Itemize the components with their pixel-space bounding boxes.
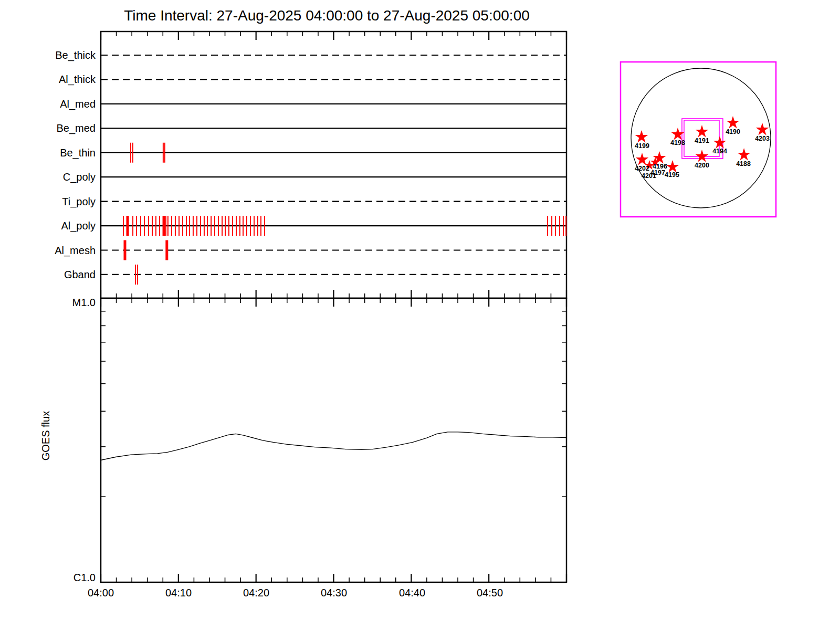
time-axis-ticks <box>101 32 566 582</box>
goes-curve <box>101 432 566 460</box>
active-region-label-4195: 4195 <box>665 171 679 178</box>
active-region-label-4190: 4190 <box>726 128 740 135</box>
active-region-label-4196: 4196 <box>653 163 667 170</box>
active-region-star-4200 <box>696 150 709 162</box>
active-region-label-4202: 4202 <box>635 165 649 172</box>
active-region-label-4198: 4198 <box>670 139 685 146</box>
active-region-star-4194 <box>713 136 727 149</box>
active-region-star-4203 <box>756 123 769 135</box>
goes-panel-border <box>101 298 566 582</box>
timeline-panel-border <box>101 32 566 298</box>
active-region-star-4188 <box>738 148 751 161</box>
sun-map: 4201419741994202419641954198419142004194… <box>621 62 776 217</box>
plot-page: Time Interval: 27-Aug-2025 04:00:00 to 2… <box>0 0 840 630</box>
active-region-star-4202 <box>636 153 649 165</box>
active-region-label-4197: 4197 <box>650 169 665 176</box>
filter-rows <box>101 55 566 285</box>
active-region-label-4188: 4188 <box>736 160 751 167</box>
active-region-star-4190 <box>727 116 740 129</box>
active-region-label-4194: 4194 <box>712 148 727 155</box>
active-region-star-4199 <box>635 130 648 143</box>
goes-y-ticks <box>101 311 566 497</box>
goes-flux-line <box>101 432 566 460</box>
active-region-star-4191 <box>696 125 709 138</box>
panel-borders <box>101 32 566 582</box>
plot-figure: 4201419741994202419641954198419142004194… <box>0 0 840 630</box>
active-region-label-4191: 4191 <box>695 137 709 144</box>
active-region-label-4200: 4200 <box>695 162 709 169</box>
active-region-label-4203: 4203 <box>755 135 770 142</box>
active-region-label-4199: 4199 <box>635 142 649 150</box>
